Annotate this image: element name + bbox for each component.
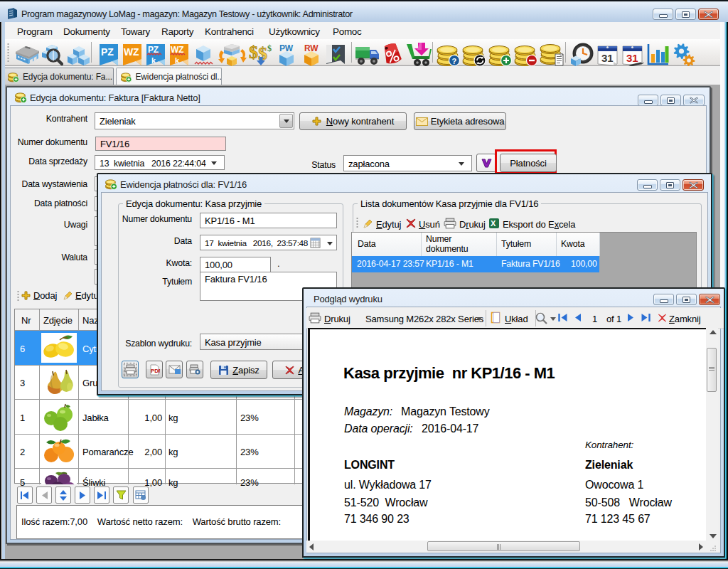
svg-text:$: $ <box>249 43 258 63</box>
svg-text:k: k <box>151 56 156 65</box>
svg-text:PZ: PZ <box>101 46 114 58</box>
svg-text:PDF: PDF <box>151 368 160 374</box>
svg-text:X: X <box>491 219 496 228</box>
svg-text:31: 31 <box>626 52 638 64</box>
svg-text:$: $ <box>267 43 272 53</box>
svg-text:?: ? <box>452 57 457 65</box>
svg-text:WZ: WZ <box>124 46 139 58</box>
svg-text:31: 31 <box>601 52 613 64</box>
svg-text:k: k <box>175 56 180 65</box>
